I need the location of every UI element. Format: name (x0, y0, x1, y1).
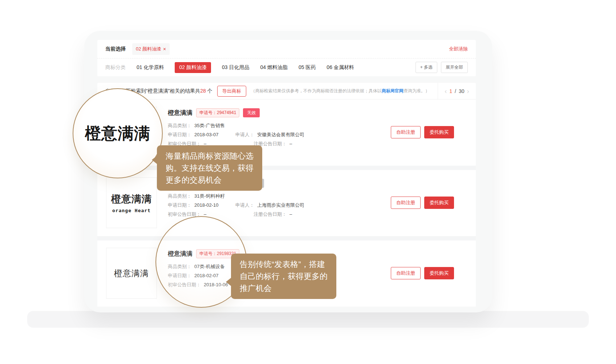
trademark-name: 橙意满满 (168, 109, 192, 117)
prev-page-icon[interactable]: ‹ (445, 88, 447, 94)
trademark-thumbnail-subtext: orange Heart (112, 208, 151, 213)
clear-all-button[interactable]: 全部清除 (449, 46, 468, 52)
category-item-04[interactable]: 04 燃料油脂 (260, 62, 287, 73)
field-value: 2018-02-10 (194, 201, 219, 210)
field-label: 申请日期： (168, 201, 191, 210)
results-header: 当前分类下检索到“橙意满满”相关的结果共28 个 导出商标 （商标检索结果仅供参… (97, 83, 476, 100)
category-item-02-active[interactable]: 02 颜料油漆 (175, 62, 211, 73)
application-number-tag: 申请号：29474941 (196, 108, 239, 117)
field-label: 注册公告日期： (254, 210, 287, 219)
magnifier-circle-1: 橙意满满 (73, 88, 163, 178)
next-page-icon[interactable]: › (467, 88, 469, 94)
selected-filter-tag[interactable]: 02 颜料油漆 × (132, 43, 170, 55)
page: 当前选择 02 颜料油漆 × 全部清除 商标分类 01 化学原料 02 颜料油漆… (0, 0, 616, 364)
export-trademark-button[interactable]: 导出商标 (217, 86, 246, 97)
row-actions: 自助注册 委托购买 (391, 177, 454, 228)
self-register-button[interactable]: 自助注册 (391, 197, 421, 209)
category-bar: 商标分类 01 化学原料 02 颜料油漆 03 日化用品 04 燃料油脂 05 … (97, 58, 476, 76)
trademark-thumbnail: 橙意满满 (106, 248, 157, 299)
results-count: 28 (200, 88, 206, 94)
status-badge: 无效 (243, 108, 260, 117)
row-divider (97, 166, 476, 170)
results-summary-suffix: 个 (206, 88, 212, 94)
page-total: 30 (459, 88, 465, 94)
field-label: 申请人： (235, 201, 254, 210)
table-row: 橙意满满 orange Heart 橙意满满 申请号：29482153 已注册 … (97, 170, 476, 236)
trademark-thumbnail-text: 橙意满满 (111, 193, 152, 206)
page-separator: / (455, 88, 456, 94)
category-item-01[interactable]: 01 化学原料 (137, 62, 164, 73)
row-divider (97, 236, 476, 240)
application-number-value: 29474941 (217, 110, 236, 115)
self-register-button[interactable]: 自助注册 (391, 126, 421, 138)
field-value: – (289, 210, 292, 219)
field-label: 商品类别： (168, 121, 191, 130)
official-site-link[interactable]: 商标局官网 (382, 88, 404, 93)
disclaimer-prefix: （商标检索结果仅供参考，不作为商标能否注册的法律依据；具体以 (251, 88, 382, 93)
category-item-03[interactable]: 03 日化用品 (222, 62, 249, 73)
self-register-button[interactable]: 自助注册 (391, 267, 421, 279)
filter-card: 当前选择 02 颜料油漆 × 全部清除 商标分类 01 化学原料 02 颜料油漆… (97, 40, 476, 76)
field-value: 31类-饲料种籽 (194, 191, 225, 201)
close-icon[interactable]: × (163, 46, 166, 52)
field-value: 35类-广告销售 (194, 121, 225, 130)
field-label: 商品类别： (168, 191, 191, 201)
field-value: 上海雨步实业有限公司 (257, 201, 304, 210)
row-actions: 自助注册 委托购买 (391, 248, 454, 299)
field-label: 申请人： (235, 130, 254, 139)
disclaimer: （商标检索结果仅供参考，不作为商标能否注册的法律依据；具体以商标局官网查询为准。… (251, 88, 430, 94)
trademark-thumbnail: 橙意满满 orange Heart (106, 177, 157, 228)
tooltip-bubble-1: 海量精品商标资源随心选 购。支持在线交易，获得 更多的交易机会 (157, 145, 262, 191)
pagination: ‹ 1 / 30 › (438, 83, 476, 99)
entrust-buy-button[interactable]: 委托购买 (424, 126, 454, 138)
tooltip-bubble-2: 告别传统“发表格”，搭建 自己的标行，获得更多的 推广机会 (231, 254, 336, 299)
disclaimer-suffix: 查询为准。） (404, 88, 430, 93)
laptop-base (27, 311, 589, 328)
trademark-thumbnail-text: 橙意满满 (114, 268, 149, 279)
selected-filter-tag-label: 02 颜料油漆 (136, 46, 161, 52)
magnified-trademark-text: 橙意满满 (85, 123, 150, 144)
category-bar-label: 商标分类 (105, 64, 126, 71)
page-current: 1 (449, 88, 452, 94)
field-value: – (289, 139, 292, 148)
entrust-buy-button[interactable]: 委托购买 (424, 197, 454, 209)
current-selection-label: 当前选择 (105, 46, 126, 52)
category-tools: + 多选 展开全部 (416, 62, 468, 73)
category-item-06[interactable]: 06 金属材料 (327, 62, 354, 73)
multi-select-button[interactable]: + 多选 (416, 62, 437, 73)
results-header-left: 当前分类下检索到“橙意满满”相关的结果共28 个 导出商标 （商标检索结果仅供参… (97, 83, 438, 99)
entrust-buy-button[interactable]: 委托购买 (424, 267, 454, 279)
field-value: 安徽美达会展有限公司 (257, 130, 304, 139)
application-number-label: 申请号： (199, 110, 217, 115)
row-actions: 自助注册 委托购买 (391, 107, 454, 158)
field-label: 申请日期： (168, 130, 191, 139)
expand-all-button[interactable]: 展开全部 (441, 62, 468, 73)
category-item-05[interactable]: 05 医药 (299, 62, 316, 73)
field-value: 2018-03-07 (194, 130, 219, 139)
current-selection-row: 当前选择 02 颜料油漆 × 全部清除 (97, 40, 476, 58)
